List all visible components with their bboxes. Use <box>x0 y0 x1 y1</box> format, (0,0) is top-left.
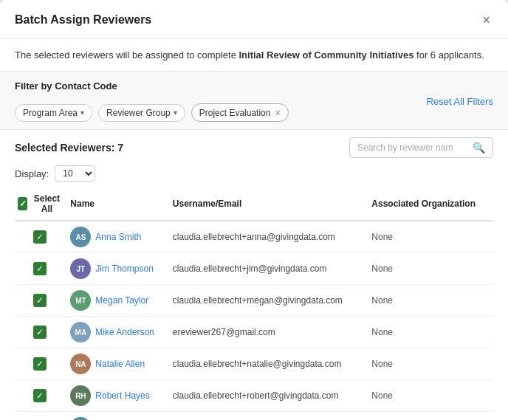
display-label: Display: <box>15 168 49 179</box>
avatar: NA <box>70 354 91 374</box>
avatar: MA <box>70 322 91 342</box>
search-box[interactable]: 🔍 <box>349 137 493 158</box>
row-checkbox-cell: ✓ <box>15 285 67 317</box>
row-checkbox-cell: ✓ <box>15 221 67 253</box>
org-cell: None <box>368 253 493 285</box>
reviewers-count: Selected Reviewers: 7 <box>15 142 123 154</box>
row-checkbox[interactable]: ✓ <box>33 326 47 339</box>
org-cell: None <box>368 380 493 412</box>
row-checkbox[interactable]: ✓ <box>33 389 47 402</box>
filter-label: Filter by Contact Code <box>15 80 289 92</box>
search-icon: 🔍 <box>473 142 485 154</box>
close-button[interactable]: × <box>479 12 493 28</box>
table-row: ✓ JT Jim Thompson claudia.ellebrecht+jim… <box>15 253 493 285</box>
email-cell: claudia.ellebrecht+jim@givingdata.com <box>170 253 368 285</box>
chevron-down-icon: ▾ <box>174 109 177 117</box>
org-cell: None <box>368 285 493 317</box>
table-row: ✓ NA Natalie Allen claudia.ellebrecht+na… <box>15 348 493 380</box>
reviewer-group-label: Reviewer Group <box>106 108 171 118</box>
modal-description: The selected reviewers will be assigned … <box>0 39 508 72</box>
avatar: AS <box>70 227 91 247</box>
table-row: ✓ TY Timothy Young claudia.ellebrecht+ti… <box>15 412 493 421</box>
name-cell: MA Mike Anderson <box>67 317 169 348</box>
email-cell: claudia.ellebrecht+anna@givingdata.com <box>170 221 368 253</box>
reviewers-header: Selected Reviewers: 7 🔍 <box>0 130 508 162</box>
org-cell: None <box>368 221 493 253</box>
org-cell: None <box>368 317 493 348</box>
name-cell: NA Natalie Allen <box>67 348 169 380</box>
name-cell: MT Megan Taylor <box>67 285 169 317</box>
avatar: TY <box>70 417 91 420</box>
select-all-label: Select All <box>32 193 61 214</box>
email-cell: claudia.ellebrecht+natalie@givingdata.co… <box>170 348 368 380</box>
remove-filter-icon[interactable]: × <box>275 107 281 118</box>
row-checkbox-cell: ✓ <box>15 380 67 412</box>
name-cell: RH Robert Hayes <box>67 380 169 412</box>
display-row: Display: 5 10 25 50 100 <box>0 162 508 187</box>
desc-bold: Initial Review of Community Initiatives <box>238 49 413 61</box>
avatar: RH <box>70 385 91 406</box>
name-cell: AS Anna Smith <box>67 221 169 253</box>
filter-row: Filter by Contact Code Program Area ▾ Re… <box>15 80 493 122</box>
org-cell: None <box>368 348 493 380</box>
desc-prefix: The selected reviewers will be assigned … <box>15 49 238 61</box>
table-row: ✓ RH Robert Hayes claudia.ellebrecht+rob… <box>15 380 493 412</box>
modal-title: Batch Assign Reviewers <box>15 13 151 27</box>
reviewers-table: ✓ Select All Name Username/Email Associa… <box>15 187 493 420</box>
reviewer-name-link[interactable]: Megan Taylor <box>95 295 148 306</box>
select-all-header: ✓ Select All <box>15 187 67 221</box>
email-cell: claudia.ellebrecht+robert@givingdata.com <box>170 380 368 412</box>
reviewer-name-link[interactable]: Robert Hayes <box>95 390 149 401</box>
org-cell: None <box>368 412 493 421</box>
reviewer-group-chip[interactable]: Reviewer Group ▾ <box>98 104 185 122</box>
batch-assign-modal: Batch Assign Reviewers × The selected re… <box>0 0 508 420</box>
display-select[interactable]: 5 10 25 50 100 <box>55 165 95 182</box>
org-column-header: Associated Organization <box>368 187 493 221</box>
avatar: MT <box>70 290 91 311</box>
filter-section: Filter by Contact Code Program Area ▾ Re… <box>0 72 508 130</box>
program-area-label: Program Area <box>23 108 78 118</box>
row-checkbox[interactable]: ✓ <box>33 262 47 275</box>
reviewer-name-link[interactable]: Mike Anderson <box>95 327 154 337</box>
row-checkbox-cell: ✓ <box>15 253 67 285</box>
reset-all-filters-link[interactable]: Reset All Filters <box>427 96 493 107</box>
program-area-chip[interactable]: Program Area ▾ <box>15 104 92 122</box>
table-row: ✓ AS Anna Smith claudia.ellebrecht+anna@… <box>15 221 493 253</box>
name-cell: JT Jim Thompson <box>67 253 169 285</box>
table-row: ✓ MT Megan Taylor claudia.ellebrecht+meg… <box>15 285 493 317</box>
search-input[interactable] <box>357 142 468 153</box>
avatar: JT <box>70 258 91 279</box>
table-section: ✓ Select All Name Username/Email Associa… <box>0 187 508 420</box>
row-checkbox-cell: ✓ <box>15 412 67 421</box>
desc-suffix: for 6 applicants. <box>413 49 484 61</box>
email-cell: claudia.ellebrecht+megan@givingdata.com <box>170 285 368 317</box>
name-cell: TY Timothy Young <box>67 412 169 421</box>
reviewer-name-link[interactable]: Anna Smith <box>95 232 141 242</box>
filter-chips: Program Area ▾ Reviewer Group ▾ Project … <box>15 103 289 122</box>
chevron-down-icon: ▾ <box>80 109 84 117</box>
email-cell: claudia.ellebrecht+timothy@givingdata.co… <box>170 412 368 421</box>
reviewer-name-link[interactable]: Natalie Allen <box>95 359 145 369</box>
select-all-checkbox[interactable]: ✓ <box>18 197 27 210</box>
row-checkbox-cell: ✓ <box>15 317 67 348</box>
row-checkbox[interactable]: ✓ <box>33 294 47 307</box>
project-evaluation-label: Project Evaluation <box>199 108 271 118</box>
table-header-row: ✓ Select All Name Username/Email Associa… <box>15 187 493 221</box>
name-column-header: Name <box>67 187 169 221</box>
modal-header: Batch Assign Reviewers × <box>0 0 508 39</box>
row-checkbox[interactable]: ✓ <box>33 357 47 371</box>
project-evaluation-chip[interactable]: Project Evaluation × <box>191 103 289 122</box>
email-cell: ereviewer267@gmail.com <box>170 317 368 348</box>
row-checkbox[interactable]: ✓ <box>33 230 47 244</box>
row-checkbox-cell: ✓ <box>15 348 67 380</box>
table-row: ✓ MA Mike Anderson ereviewer267@gmail.co… <box>15 317 493 348</box>
username-email-column-header: Username/Email <box>170 187 368 221</box>
reviewer-name-link[interactable]: Jim Thompson <box>95 264 153 274</box>
